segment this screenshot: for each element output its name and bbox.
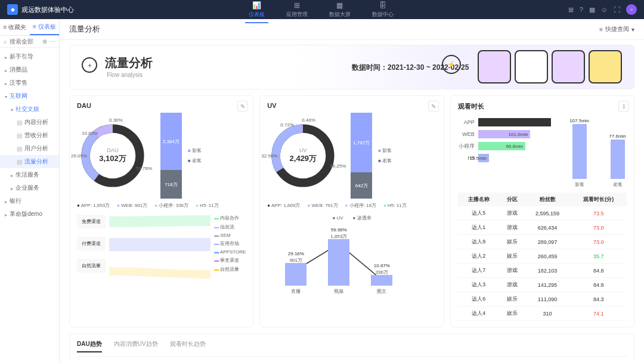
- tree-item[interactable]: 银行: [0, 194, 59, 208]
- dau-card: ✎ DAU DAU3,102万 59.78%29.05%10.83%0.36% …: [69, 95, 253, 327]
- apps-icon[interactable]: ⊞: [568, 6, 574, 14]
- table-header: 主播名称: [458, 193, 500, 206]
- tree-item[interactable]: 社交文娱: [0, 103, 59, 116]
- side-tab[interactable]: ≡ 仪表板: [30, 19, 60, 35]
- sankey-target: 自然流量: [214, 266, 246, 273]
- uv-donut-chart: UV2,429万 86.25%32.56%0.72%0.46%: [267, 120, 339, 191]
- banner-deco: [478, 50, 622, 83]
- sankey-source: 付费渠道: [77, 237, 106, 250]
- card-title: UV: [267, 102, 436, 109]
- tree-item[interactable]: 营收分析: [0, 129, 59, 142]
- hbar-row: WEB101.0min: [458, 130, 551, 138]
- edit-icon[interactable]: ✎: [237, 101, 248, 112]
- tree-item[interactable]: 生活服务: [0, 168, 59, 181]
- table-row: 达人1游戏626,43473.0: [458, 221, 627, 235]
- dau-stack-chart: 718万2,384万: [160, 113, 182, 199]
- hbar-row: H519.5min: [458, 154, 551, 162]
- tree-item[interactable]: 企业服务: [0, 181, 59, 194]
- side-tab[interactable]: ≡ 收藏夹: [0, 19, 30, 35]
- download-icon[interactable]: ⇩: [618, 101, 629, 112]
- sidebar-search: ⌕ ⊕ ⋯: [0, 36, 59, 48]
- edit-icon[interactable]: ✎: [428, 101, 439, 112]
- vbar: 107.5min: [572, 124, 587, 179]
- sankey-target: SEM: [214, 233, 246, 238]
- table-row: 达人7游戏182,10384.8: [458, 264, 627, 278]
- page-title: 流量分析: [69, 24, 100, 35]
- search-input[interactable]: [10, 38, 40, 45]
- top-nav: 📊仪表板⊞应用管理▦数据大屏🗄数据中心: [245, 0, 397, 20]
- combo-legend: ● UV● 渗透率: [267, 215, 436, 221]
- tree-item[interactable]: 消费品: [0, 63, 59, 76]
- combo-chart: 29.16%901万59.98%1,853万10.87%336万: [285, 232, 436, 286]
- combo-bar: 10.87%336万: [371, 275, 392, 286]
- card-title: 观看时长: [458, 102, 627, 111]
- thunder-icon: ⚡: [442, 55, 461, 74]
- more-icon[interactable]: ⋯: [49, 38, 55, 45]
- sidebar-tree: 新手引导消费品泛零售互联网社交文娱内容分析营收分析用户分析流量分析生活服务企业服…: [0, 48, 59, 362]
- tree-item[interactable]: 泛零售: [0, 76, 59, 89]
- stack-legend: 新客老客: [378, 147, 392, 164]
- topnav-item[interactable]: 🗄数据中心: [369, 0, 397, 20]
- banner-title: 流量分析: [105, 56, 153, 69]
- tree-item[interactable]: 流量分析: [0, 155, 59, 168]
- trend-tabs: DAU趋势内容消费UV趋势观看时长趋势: [77, 340, 627, 357]
- watch-vbar-chart: 107.5min77.6min: [572, 119, 627, 179]
- main: 流量分析 ≡ 快捷查阅 ▾ ＋ 流量分析 Flow analysis 数据时间：…: [60, 19, 644, 362]
- card-title: DAU: [77, 102, 246, 109]
- sankey-target: APPSTORE: [214, 249, 246, 255]
- sankey-target: 应用市场: [214, 240, 246, 247]
- watch-card: ⇩ 观看时长 APPWEB101.0min小程序90.8minH519.5min…: [450, 95, 634, 327]
- vbar: 77.6min: [611, 140, 625, 179]
- user-icon[interactable]: ☺: [601, 6, 608, 13]
- table-row: 达人6娱乐111,09084.3: [458, 292, 627, 307]
- anchor-table: 主播名称分区粉丝数观看时长(分) 达人5游戏2,595,15973.5达人1游戏…: [458, 193, 627, 321]
- top-actions: ⊞ ? ▦ ☺ ⛶ ✦: [568, 4, 637, 15]
- dau-legend: APP: 1,853万WEB: 901万小程序: 336万H5: 11万: [77, 202, 246, 209]
- table-header: 分区: [500, 193, 525, 206]
- uv-legend: APP: 1,609万WEB: 791万小程序: 18万H5: 11万: [267, 202, 436, 209]
- table-row: 达人5游戏2,595,15973.5: [458, 206, 627, 221]
- logo: ◆: [7, 4, 18, 15]
- table-header: 观看时长(分): [571, 193, 627, 206]
- hbar-row: APP: [458, 118, 551, 126]
- hbar-row: 小程序90.8min: [458, 142, 551, 150]
- sankey-target: 垂直渠道: [214, 257, 246, 264]
- quick-view-button[interactable]: ≡ 快捷查阅 ▾: [599, 25, 634, 33]
- sankey-source: 免费渠道: [77, 215, 106, 228]
- sidebar-tabs: ≡ 收藏夹≡ 仪表板: [0, 19, 59, 36]
- table-row: 达人2娱乐260,45935.7: [458, 249, 627, 264]
- sankey-target: 内容合作: [214, 215, 246, 221]
- dau-donut-chart: DAU3,102万 59.78%29.05%10.83%0.36%: [77, 120, 148, 191]
- tree-item[interactable]: 新手引导: [0, 50, 59, 63]
- banner-plus-icon: ＋: [82, 57, 97, 73]
- trend-tab[interactable]: 内容消费UV趋势: [114, 340, 158, 352]
- expand-icon[interactable]: ⛶: [614, 6, 620, 13]
- table-row: 达人3游戏141,29584.8: [458, 278, 627, 292]
- combo-bar: 29.16%901万: [285, 263, 306, 286]
- sidebar: ≡ 收藏夹≡ 仪表板 ⌕ ⊕ ⋯ 新手引导消费品泛零售互联网社交文娱内容分析营收…: [0, 19, 60, 362]
- combo-axis: 直播视频图文: [285, 288, 436, 295]
- help-icon[interactable]: ?: [580, 6, 583, 13]
- topnav-item[interactable]: 📊仪表板: [245, 0, 268, 20]
- combo-bar: 59.98%1,853万: [328, 239, 349, 286]
- trend-tab[interactable]: 观看时长趋势: [170, 340, 206, 352]
- app-name: 观远数据体验中心: [21, 5, 74, 14]
- topbar: ◆ 观远数据体验中心 📊仪表板⊞应用管理▦数据大屏🗄数据中心 ⊞ ? ▦ ☺ ⛶…: [0, 0, 644, 19]
- watch-hbar-chart: APPWEB101.0min小程序90.8minH519.5min: [458, 115, 551, 188]
- table-header: 粉丝数: [525, 193, 571, 206]
- vbar-axis: 新客老客: [572, 181, 627, 188]
- tree-item[interactable]: 内容分析: [0, 116, 59, 129]
- banner: ＋ 流量分析 Flow analysis 数据时间：2021-12-30 ~ 2…: [69, 45, 634, 89]
- topnav-item[interactable]: ▦数据大屏: [326, 0, 354, 20]
- topnav-item[interactable]: ⊞应用管理: [283, 0, 311, 20]
- stack-legend: 新客老客: [188, 147, 202, 164]
- trend-tab[interactable]: DAU趋势: [77, 340, 102, 352]
- trend-card: DAU趋势内容消费UV趋势观看时长趋势 200万150万100万50万 DAU环…: [69, 333, 634, 362]
- tree-item[interactable]: 革命版demo: [0, 208, 59, 221]
- avatar[interactable]: ✦: [626, 4, 637, 15]
- tree-item[interactable]: 用户分析: [0, 142, 59, 155]
- table-row: 达人8娱乐289,09773.0: [458, 235, 627, 249]
- add-icon[interactable]: ⊕: [42, 38, 47, 45]
- grid-icon[interactable]: ▦: [589, 6, 595, 14]
- tree-item[interactable]: 互联网: [0, 89, 59, 103]
